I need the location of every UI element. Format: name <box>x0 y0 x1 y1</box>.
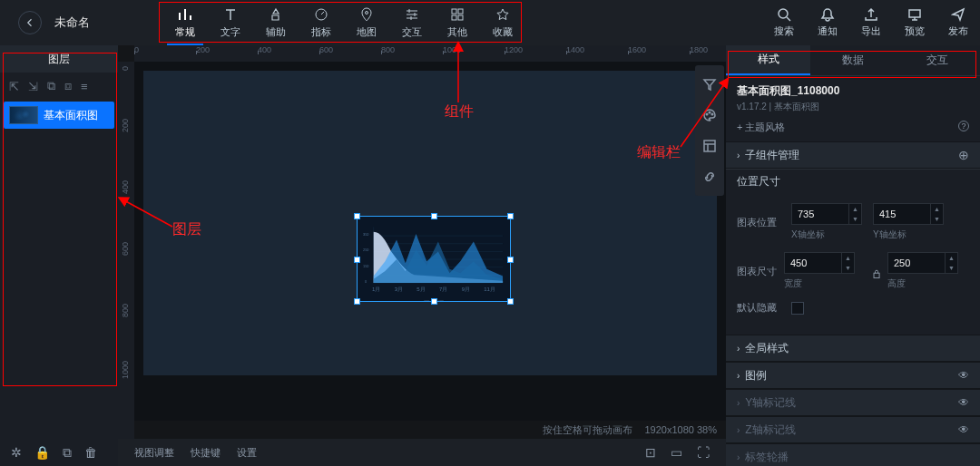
bottom-left-tools: ✲ 🔒 ⧉ 🗑 <box>0 439 118 466</box>
section-label-carousel[interactable]: › 标签轮播 <box>726 443 980 466</box>
layer-move-bottom-icon[interactable]: ⇲ <box>28 80 38 93</box>
size-w-input[interactable] <box>784 252 842 274</box>
export-button[interactable]: 导出 <box>849 0 893 45</box>
svg-text:250: 250 <box>363 248 369 252</box>
plus-icon[interactable]: ⊕ <box>958 148 969 162</box>
pos-y-input[interactable] <box>873 203 931 225</box>
layer-item-area-chart[interactable]: 基本面积图 <box>4 102 114 129</box>
ruler-vertical: 02004006008001000 <box>118 62 134 439</box>
canvas-viewport[interactable]: 0150250350 1月3月5月7月9月11月 — — — <box>134 62 726 421</box>
resize-handle-bc[interactable] <box>431 298 437 305</box>
pos-y-spinner[interactable]: ▲▼ <box>931 203 944 225</box>
svg-rect-23 <box>704 141 715 151</box>
default-hide-checkbox[interactable] <box>791 302 804 315</box>
resize-handle-tr[interactable] <box>507 213 514 219</box>
funnel-icon <box>702 77 717 92</box>
tool-tab-general[interactable]: 常规 <box>162 0 208 45</box>
svg-point-22 <box>711 113 713 115</box>
chevron-right-icon: › <box>737 425 740 435</box>
tool-tab-interact[interactable]: 交互 <box>389 0 435 45</box>
chevron-right-icon: › <box>737 150 740 160</box>
section-global-style[interactable]: › 全局样式 <box>726 335 980 362</box>
canvas-quick-tools <box>695 65 724 196</box>
section-z-markline[interactable]: › Z轴标记线 👁 <box>726 416 980 443</box>
settings-icon[interactable]: ✲ <box>11 445 22 460</box>
tool-tab-map[interactable]: 地图 <box>344 0 389 45</box>
bottom-right-icons: ⊡ ▭ ⛶ <box>645 445 710 460</box>
svg-point-6 <box>779 9 788 18</box>
tool-tab-indicator[interactable]: 指标 <box>299 0 344 45</box>
search-icon <box>777 7 791 22</box>
svg-text:150: 150 <box>363 263 369 267</box>
section-child-components[interactable]: › 子组件管理 ⊕ <box>726 141 980 169</box>
top-right-actions: 搜索 通知 导出 预览 发布 <box>762 0 980 45</box>
pos-x-input[interactable] <box>791 203 849 225</box>
size-h-spinner[interactable]: ▲▼ <box>946 252 958 274</box>
monitor-icon <box>907 7 922 22</box>
help-icon[interactable]: ? <box>958 121 969 131</box>
back-button[interactable] <box>18 11 42 34</box>
layer-ungroup-icon[interactable]: ⧈ <box>64 79 72 93</box>
resize-handle-mr[interactable] <box>507 257 514 263</box>
document-title: 未命名 <box>54 15 90 31</box>
preview-button[interactable]: 预览 <box>893 0 936 45</box>
svg-rect-4 <box>452 15 456 20</box>
copy-icon[interactable]: ⧉ <box>63 445 72 461</box>
selected-component[interactable]: 0150250350 1月3月5月7月9月11月 — — — <box>357 216 511 302</box>
zoom-fit-icon[interactable]: ⊡ <box>645 445 656 460</box>
canvas-stage[interactable]: 0150250350 1月3月5月7月9月11月 — — — <box>143 71 717 375</box>
filter-tool[interactable] <box>695 69 724 100</box>
section-y-markline[interactable]: › Y轴标记线 👁 <box>726 389 980 416</box>
canvas-area: 020040060080010001200140016001800 020040… <box>118 45 726 439</box>
eye-off-icon[interactable]: 👁 <box>958 396 969 409</box>
theme-add-button[interactable]: + 主题风格 ? <box>726 117 980 141</box>
shortcuts-link[interactable]: 快捷键 <box>191 446 220 460</box>
layer-move-top-icon[interactable]: ⇱ <box>9 80 19 93</box>
zoom-actual-icon[interactable]: ▭ <box>671 445 682 460</box>
layer-group-icon[interactable]: ⧉ <box>47 79 55 93</box>
layout-tool[interactable] <box>695 131 724 161</box>
prop-tab-data[interactable]: 数据 <box>810 45 895 75</box>
resize-handle-tl[interactable] <box>354 213 360 219</box>
layer-item-label: 基本面积图 <box>44 108 98 123</box>
palette-tool[interactable] <box>695 100 724 131</box>
size-w-spinner[interactable]: ▲▼ <box>842 252 855 274</box>
search-button[interactable]: 搜索 <box>762 0 806 45</box>
tool-tab-favorite[interactable]: 收藏 <box>480 0 525 45</box>
export-icon <box>864 7 878 22</box>
tool-tab-other[interactable]: 其他 <box>435 0 480 45</box>
view-adjust-link[interactable]: 视图调整 <box>134 446 174 460</box>
top-bar: 未命名 常规 文字 辅助 指标 地图 交互 其他 <box>0 0 980 45</box>
tool-tab-assist[interactable]: 辅助 <box>253 0 299 45</box>
canvas-status-bar: 按住空格可拖动画布 1920x1080 38% <box>534 423 717 437</box>
properties-panel: 样式 数据 交互 基本面积图_1108000 v1.17.2 | 基本面积图 +… <box>726 45 980 466</box>
tool-tab-text[interactable]: 文字 <box>208 0 253 45</box>
resize-handle-tc[interactable] <box>431 213 437 219</box>
prop-tab-style[interactable]: 样式 <box>726 45 810 75</box>
section-legend[interactable]: › 图例 👁 <box>726 362 980 389</box>
properties-body: 基本面积图_1108000 v1.17.2 | 基本面积图 + 主题风格 ? ›… <box>726 76 980 466</box>
resize-handle-bl[interactable] <box>354 298 360 305</box>
resize-handle-br[interactable] <box>507 298 514 305</box>
eye-off-icon[interactable]: 👁 <box>958 423 969 436</box>
prop-tab-interact[interactable]: 交互 <box>896 45 980 75</box>
pos-x-spinner[interactable]: ▲▼ <box>849 203 862 225</box>
eye-icon[interactable]: 👁 <box>958 369 969 382</box>
resize-handle-ml[interactable] <box>354 257 360 263</box>
delete-icon[interactable]: 🗑 <box>84 445 97 460</box>
size-h-input[interactable] <box>887 252 946 274</box>
publish-button[interactable]: 发布 <box>936 0 980 45</box>
lock-icon[interactable] <box>871 267 882 280</box>
svg-point-1 <box>366 11 368 14</box>
link-tool[interactable] <box>695 161 724 192</box>
sliders-icon <box>405 7 419 22</box>
svg-text:350: 350 <box>363 232 369 237</box>
layer-list-icon[interactable]: ≡ <box>81 80 88 93</box>
settings-link[interactable]: 设置 <box>237 446 257 460</box>
fullscreen-icon[interactable]: ⛶ <box>697 445 710 460</box>
palette-icon <box>702 108 717 122</box>
lock-toggle-icon[interactable]: 🔒 <box>34 445 50 460</box>
notify-button[interactable]: 通知 <box>806 0 849 45</box>
arrow-left-icon <box>24 17 35 28</box>
star-icon <box>495 7 510 22</box>
